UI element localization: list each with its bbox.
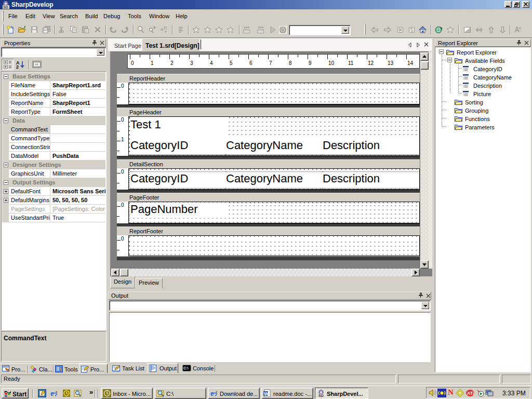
svg-text:SD: SD — [3, 5, 8, 9]
svg-text:a: a — [161, 26, 163, 32]
svg-text:2: 2 — [16, 64, 19, 69]
svg-text:ATi: ATi — [467, 391, 474, 396]
svg-text:SD: SD — [318, 394, 324, 397]
svg-text:R: R — [164, 25, 167, 31]
svg-text:C:\: C:\ — [183, 366, 188, 370]
svg-text:W: W — [264, 391, 269, 396]
